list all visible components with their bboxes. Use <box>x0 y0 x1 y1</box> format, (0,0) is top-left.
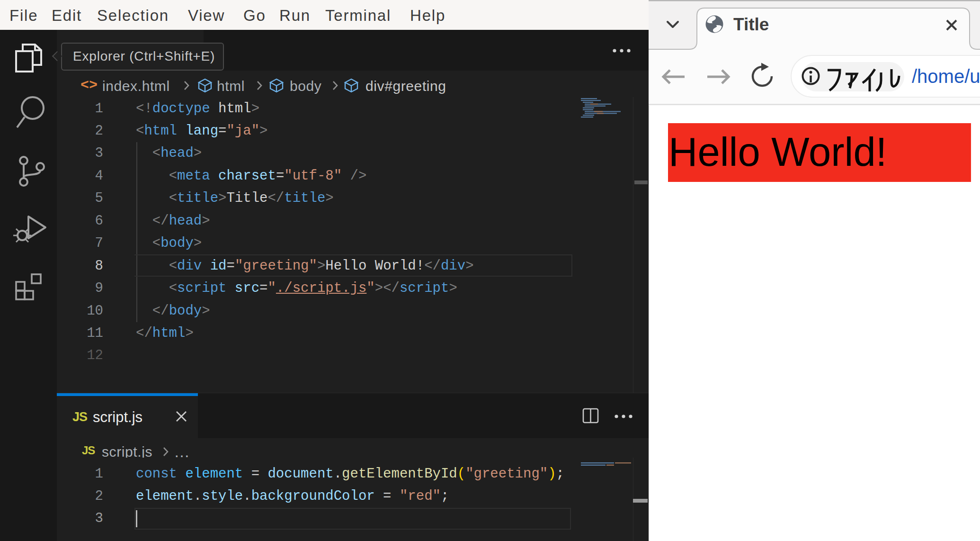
svg-text:Title: Title <box>733 15 769 34</box>
svg-text:/home/u: /home/u <box>912 66 980 87</box>
